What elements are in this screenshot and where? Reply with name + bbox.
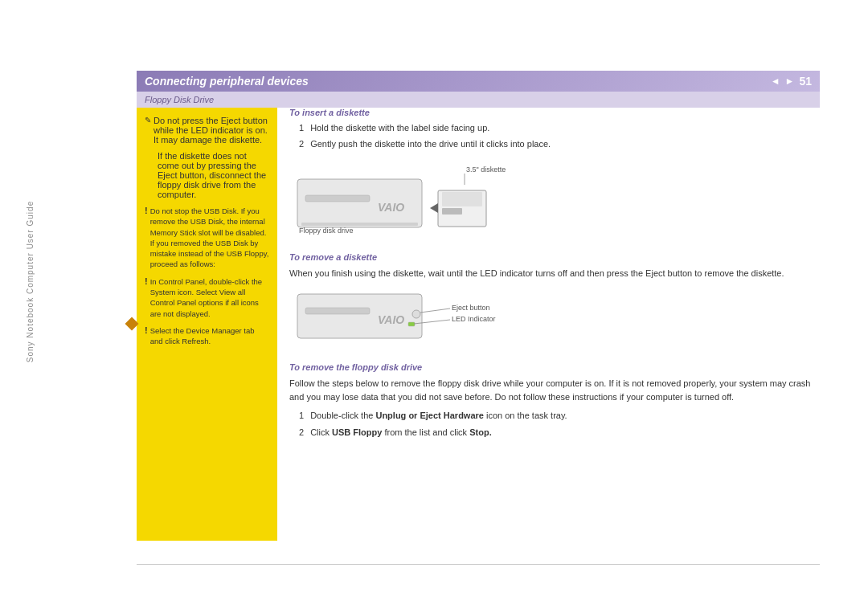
warning-icon-2: ! — [145, 276, 148, 319]
section-remove-title: To remove a diskette — [289, 252, 820, 262]
svg-rect-5 — [442, 192, 482, 206]
svg-text:LED Indicator: LED Indicator — [452, 315, 496, 323]
warning-icon-1: ! — [145, 206, 148, 270]
svg-text:VAIO: VAIO — [378, 313, 404, 326]
illustration-remove: VAIO Eject button LED Indicator — [289, 286, 820, 354]
note1-text: Do not press the Eject button while the … — [154, 116, 269, 145]
svg-rect-12 — [305, 308, 370, 314]
warning2-text: In Control Panel, double-click the Syste… — [150, 276, 269, 319]
section-insert-title: To insert a diskette — [289, 108, 820, 117]
svg-text:3.5" diskette: 3.5" diskette — [466, 166, 506, 174]
diamond-shape — [125, 317, 139, 331]
pencil-icon: ✎ — [145, 116, 151, 145]
sub-header: Floppy Disk Drive — [137, 92, 820, 108]
page-number: 51 — [799, 75, 812, 88]
remove-drive-step-2-text: Click USB Floppy from the list and click… — [310, 427, 492, 439]
warning3-text: Select the Device Manager tab and click … — [150, 325, 269, 347]
header-nav: ◄ ► 51 — [771, 75, 812, 88]
header-bar: Connecting peripheral devices ◄ ► 51 — [137, 71, 820, 92]
svg-line-16 — [420, 309, 450, 313]
insert-step-1: 1 Hold the diskette with the label side … — [299, 122, 820, 134]
section-remove-drive-body: Follow the steps below to remove the flo… — [289, 377, 820, 403]
section-remove-body: When you finish using the diskette, wait… — [289, 267, 820, 280]
remove-drive-step-1-text: Double-click the Unplug or Eject Hardwar… — [310, 410, 567, 422]
warning-3: ! Select the Device Manager tab and clic… — [145, 325, 269, 347]
section-remove-drive: To remove the floppy disk drive Follow t… — [289, 362, 820, 439]
section-remove: To remove a diskette When you finish usi… — [289, 252, 820, 280]
page-title: Connecting peripheral devices — [145, 75, 309, 88]
svg-marker-7 — [430, 203, 438, 213]
note-pencil-1b: If the diskette does not come out by pre… — [145, 151, 269, 199]
section-remove-drive-title: To remove the floppy disk drive — [289, 362, 820, 372]
step-num-2: 2 — [299, 138, 304, 150]
section-insert: To insert a diskette 1 Hold the diskette… — [289, 108, 820, 151]
svg-text:VAIO: VAIO — [378, 201, 404, 214]
bottom-divider — [137, 564, 820, 565]
nav-left-arrow[interactable]: ◄ — [771, 76, 780, 87]
svg-text:Floppy disk drive: Floppy disk drive — [299, 227, 354, 235]
svg-text:Eject button: Eject button — [452, 304, 490, 312]
vertical-guide-text: Sony Notebook Computer User Guide — [24, 161, 37, 402]
step-num-rd-1: 1 — [299, 410, 304, 422]
svg-rect-3 — [301, 223, 418, 226]
page-container: Connecting peripheral devices ◄ ► 51 Flo… — [0, 0, 868, 613]
svg-point-14 — [412, 310, 420, 318]
warning-2: ! In Control Panel, double-click the Sys… — [145, 276, 269, 319]
warning-1: ! Do not stop the USB Disk. If you remov… — [145, 206, 269, 270]
sub-header-title: Floppy Disk Drive — [145, 95, 214, 104]
insert-step-2-text: Gently push the diskette into the drive … — [310, 138, 551, 150]
warning1-text: Do not stop the USB Disk. If you remove … — [150, 206, 269, 270]
note1b-text: If the diskette does not come out by pre… — [158, 151, 269, 199]
floppy-drive-illustration: VAIO Floppy disk drive 3.5" diskette — [289, 161, 547, 237]
warning-icon-3: ! — [145, 325, 148, 347]
insert-step-2: 2 Gently push the diskette into the driv… — [299, 138, 820, 150]
yellow-sidebar: ✎ Do not press the Eject button while th… — [137, 108, 277, 541]
remove-drive-step-1: 1 Double-click the Unplug or Eject Hardw… — [299, 410, 820, 422]
nav-right-arrow[interactable]: ► — [785, 76, 795, 87]
remove-drive-step-2: 2 Click USB Floppy from the list and cli… — [299, 427, 820, 439]
diamond-bullet — [125, 317, 138, 330]
svg-rect-1 — [305, 195, 370, 202]
svg-rect-15 — [408, 322, 415, 326]
step-num-rd-2: 2 — [299, 427, 304, 439]
main-content: To insert a diskette 1 Hold the diskette… — [289, 108, 820, 565]
note-pencil-1: ✎ Do not press the Eject button while th… — [145, 116, 269, 145]
insert-step-1-text: Hold the diskette with the label side fa… — [310, 122, 489, 134]
illustration-insert: VAIO Floppy disk drive 3.5" diskette — [289, 161, 820, 241]
step-num-1: 1 — [299, 122, 304, 134]
svg-rect-6 — [442, 208, 462, 215]
floppy-eject-illustration: VAIO Eject button LED Indicator — [289, 286, 547, 350]
remove-drive-steps: 1 Double-click the Unplug or Eject Hardw… — [299, 410, 820, 439]
insert-steps: 1 Hold the diskette with the label side … — [299, 122, 820, 151]
spacer — [145, 151, 155, 199]
